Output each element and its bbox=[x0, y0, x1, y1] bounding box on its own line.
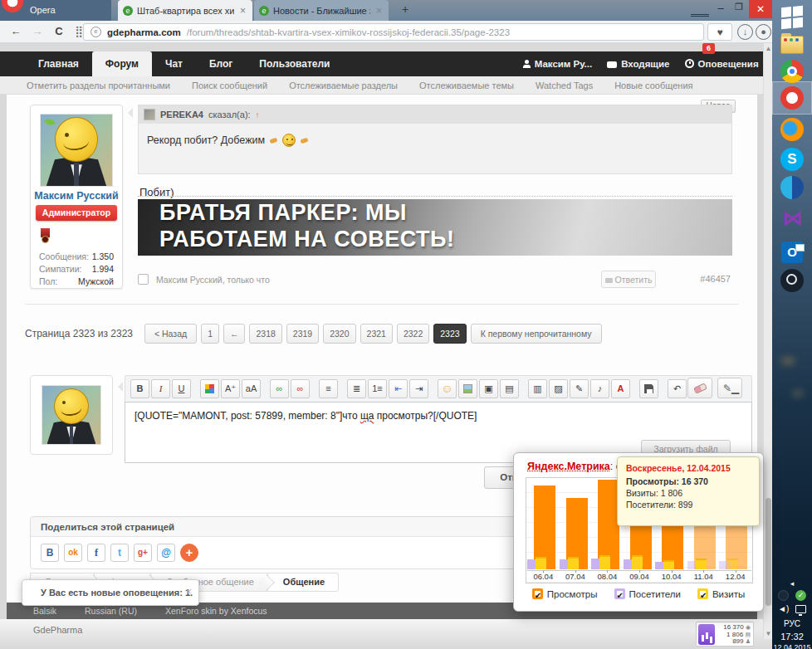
editor-toolbar-icon[interactable]: 1≡ bbox=[368, 379, 387, 398]
post-image-banner[interactable]: БРАТЬЯ ПАРКЕР: МЫ РАБОТАЕМ НА СОВЕСТЬ! bbox=[138, 199, 732, 256]
legal-link[interactable]: Russian (RU) bbox=[85, 606, 137, 616]
post-select-checkbox[interactable] bbox=[138, 274, 149, 285]
editor-toolbar-icon[interactable] bbox=[660, 379, 666, 398]
forum-nav-tab[interactable]: Форум bbox=[92, 51, 152, 76]
page-button[interactable]: 1 bbox=[201, 324, 219, 344]
editor-toolbar-icon[interactable]: ∞ bbox=[291, 379, 310, 398]
tray-expand-icon[interactable]: ◂ bbox=[772, 579, 812, 588]
editor-toolbar-icon[interactable] bbox=[521, 379, 526, 398]
toast-text[interactable]: У Вас есть новые оповещения: 1. bbox=[41, 588, 193, 598]
subnav-link[interactable]: Отметить разделы прочитанными bbox=[27, 81, 170, 90]
editor-toolbar-icon[interactable]: ≣ bbox=[347, 379, 366, 398]
windows-start-icon[interactable] bbox=[779, 4, 805, 31]
editor-toolbar-icon[interactable] bbox=[311, 379, 317, 398]
forward-button[interactable]: → bbox=[30, 25, 45, 40]
editor-toolbar-icon[interactable]: ∞ bbox=[270, 379, 289, 398]
toggle-editor-mode-button[interactable]: ✎▁ bbox=[717, 378, 742, 398]
window-close-button[interactable]: ✕ bbox=[749, 0, 772, 18]
breadcrumb-item[interactable]: Общение bbox=[267, 573, 339, 592]
opera-menu-button[interactable]: Opera bbox=[0, 0, 111, 21]
author-avatar[interactable] bbox=[40, 114, 113, 187]
editor-toolbar-icon[interactable]: aA bbox=[242, 379, 261, 398]
share-icon[interactable]: ok bbox=[64, 544, 82, 562]
page-button[interactable]: 2321 bbox=[360, 324, 393, 344]
antivirus-ok-icon[interactable]: ✓ bbox=[795, 590, 806, 601]
site-brand[interactable]: GdePharma bbox=[33, 625, 82, 635]
back-button[interactable]: ← bbox=[8, 25, 23, 40]
account-icon[interactable]: ● bbox=[756, 24, 771, 40]
editor-toolbar-icon[interactable]: ⇥ bbox=[409, 379, 428, 398]
share-icon[interactable]: g+ bbox=[134, 544, 152, 562]
account-menu[interactable]: Максим Ру... bbox=[523, 59, 593, 69]
security-shield-icon[interactable] bbox=[779, 174, 805, 201]
toast-close-icon[interactable]: × bbox=[186, 586, 192, 598]
outlook-icon[interactable]: O bbox=[779, 239, 805, 266]
page-button[interactable]: 2320 bbox=[323, 324, 355, 344]
editor-toolbar-icon[interactable] bbox=[632, 379, 638, 398]
editor-toolbar-icon[interactable] bbox=[193, 379, 198, 398]
author-name-link[interactable]: Максим Русский bbox=[31, 190, 122, 202]
steam-icon[interactable] bbox=[779, 267, 805, 294]
browser-tab-active[interactable]: e Штаб-квартира всех хими × bbox=[118, 0, 252, 21]
tab-close-icon[interactable]: × bbox=[374, 5, 384, 17]
editor-toolbar-icon[interactable]: ▨ bbox=[549, 379, 568, 398]
alerts-count-badge[interactable]: 6 bbox=[702, 43, 715, 54]
volume-icon[interactable]: ◄) bbox=[778, 603, 789, 614]
editor-toolbar-icon[interactable] bbox=[639, 379, 658, 398]
editor-toolbar-icon[interactable]: ≡ bbox=[319, 379, 338, 398]
file-explorer-icon[interactable] bbox=[779, 32, 805, 58]
tab-menu-icon[interactable] bbox=[691, 3, 709, 17]
subnav-link[interactable]: Отслеживаемые разделы bbox=[289, 81, 398, 90]
forum-nav-tab[interactable]: Главная bbox=[25, 51, 92, 76]
forum-nav-tab[interactable]: Чат bbox=[152, 51, 196, 76]
page-button[interactable]: К первому непрочитанному bbox=[471, 324, 602, 344]
legend-checkbox[interactable]: ✔ bbox=[532, 588, 543, 599]
clock-date[interactable]: 12.04.2015 bbox=[772, 643, 812, 649]
visual-studio-icon[interactable]: ⋈ bbox=[779, 206, 805, 232]
post-meta[interactable]: Максим Русский, только что bbox=[156, 275, 270, 285]
forum-nav-tab[interactable]: Пользователи bbox=[246, 51, 343, 76]
page-button[interactable]: 2323 bbox=[433, 324, 466, 344]
steam-tray-icon[interactable] bbox=[778, 590, 789, 601]
editor-toolbar-icon[interactable] bbox=[200, 379, 219, 398]
chrome-icon[interactable] bbox=[779, 58, 805, 85]
legend-checkbox[interactable]: ✔ bbox=[614, 588, 625, 599]
network-icon[interactable] bbox=[795, 605, 806, 613]
editor-toolbar-icon[interactable]: ▥ bbox=[528, 379, 547, 398]
editor-toolbar-icon[interactable] bbox=[340, 379, 345, 398]
alerts-menu[interactable]: Оповещения bbox=[685, 59, 759, 69]
post-number-link[interactable]: #46457 bbox=[700, 274, 731, 284]
page-button[interactable]: 2318 bbox=[249, 324, 281, 344]
page-button[interactable]: < Назад bbox=[144, 324, 197, 344]
window-minimize-button[interactable]: – bbox=[712, 2, 729, 18]
editor-toolbar-icon[interactable]: ▣ bbox=[479, 379, 498, 398]
editor-toolbar-icon[interactable]: ↶ bbox=[668, 379, 687, 398]
page-button[interactable]: ← bbox=[223, 324, 246, 344]
editor-toolbar-icon[interactable]: A bbox=[611, 379, 630, 398]
page-button[interactable]: 2319 bbox=[286, 324, 319, 344]
editor-toolbar-icon[interactable]: ✎ bbox=[570, 379, 589, 398]
bookmark-heart-icon[interactable]: ♥ bbox=[707, 23, 732, 41]
editor-toolbar-icon[interactable]: U bbox=[172, 379, 191, 398]
subnav-link[interactable]: Новые сообщения bbox=[614, 81, 692, 90]
metrika-informer[interactable]: 16 370 ◉1 806 ▤899 ♟ bbox=[696, 622, 754, 647]
share-icon[interactable]: В bbox=[41, 544, 59, 562]
quote-jump-link[interactable]: ↑ bbox=[256, 110, 260, 120]
subnav-link[interactable]: Отслеживаемые темы bbox=[419, 81, 514, 90]
legal-link[interactable]: XenForo skin by Xenfocus bbox=[165, 606, 267, 616]
reload-button[interactable]: C bbox=[51, 25, 66, 40]
opera-icon[interactable] bbox=[779, 85, 805, 111]
editor-toolbar-icon[interactable]: ▤ bbox=[500, 379, 519, 398]
editor-toolbar-icon[interactable] bbox=[430, 379, 436, 398]
editor-toolbar-icon[interactable] bbox=[458, 379, 477, 398]
editor-toolbar-icon[interactable]: I bbox=[151, 379, 170, 398]
quote-reply-button[interactable]: Ответить bbox=[601, 271, 656, 288]
metrika-link[interactable]: Яндекс.Метрика bbox=[527, 461, 610, 472]
subnav-link[interactable]: Watched Tags bbox=[536, 81, 593, 90]
forum-nav-tab[interactable]: Блог bbox=[196, 51, 246, 76]
editor-toolbar-icon[interactable]: A⁺ bbox=[221, 379, 240, 398]
legend-checkbox[interactable]: ✔ bbox=[697, 588, 708, 599]
scrollbar-thumb[interactable] bbox=[766, 498, 771, 606]
editor-toolbar-icon[interactable]: B bbox=[130, 379, 149, 398]
remove-formatting-button[interactable] bbox=[687, 378, 712, 398]
